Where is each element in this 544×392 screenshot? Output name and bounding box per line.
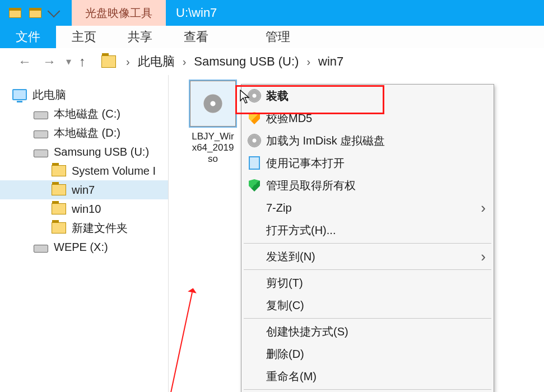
- ctx-item-label: 加载为 ImDisk 虚拟磁盘: [266, 133, 385, 148]
- folder-icon[interactable]: [29, 8, 41, 18]
- tree-drive-c[interactable]: 本地磁盘 (C:): [0, 104, 168, 123]
- tree-label: 新建文件夹: [72, 221, 128, 236]
- tree-folder-win7[interactable]: win7: [0, 180, 168, 199]
- tree-label: win7: [72, 184, 95, 197]
- tree-label: 此电脑: [32, 87, 66, 102]
- note-icon: [249, 156, 260, 170]
- iso-icon: [190, 81, 236, 127]
- path-folder-icon: [101, 55, 116, 68]
- ctx-item[interactable]: 打开方式(H)...: [241, 219, 494, 241]
- folder-icon: [52, 203, 66, 214]
- ctx-item-label: 使用记事本打开: [266, 156, 345, 171]
- ctx-item-label: 校验MD5: [266, 111, 312, 126]
- tree-drive-d[interactable]: 本地磁盘 (D:): [0, 123, 168, 142]
- drive-icon: [34, 130, 48, 138]
- qat: [0, 0, 72, 26]
- tree-label: 本地磁盘 (D:): [54, 125, 120, 141]
- ctx-item[interactable]: 校验MD5: [241, 107, 494, 129]
- nav-tree: 此电脑 本地磁盘 (C:) 本地磁盘 (D:) Samsung USB (U:)…: [0, 75, 169, 392]
- tab-view[interactable]: 查看: [168, 26, 224, 48]
- tree-label: win10: [72, 203, 101, 216]
- ctx-item-label: 创建快捷方式(S): [266, 324, 348, 339]
- pc-icon: [12, 89, 27, 100]
- tree-label: WEPE (X:): [54, 241, 108, 254]
- tab-share[interactable]: 共享: [112, 26, 168, 48]
- tree-folder[interactable]: 新建文件夹: [0, 218, 168, 237]
- folder-icon: [52, 184, 66, 195]
- chevron-right-icon: ›: [126, 55, 130, 68]
- tree-folder[interactable]: System Volume I: [0, 161, 168, 180]
- file-menu[interactable]: 文件: [0, 26, 56, 48]
- tree-this-pc[interactable]: 此电脑: [0, 85, 168, 104]
- tree-folder[interactable]: win10: [0, 199, 168, 218]
- drive-icon: [34, 111, 48, 119]
- qat-dropdown-icon[interactable]: [48, 5, 61, 18]
- tab-manage[interactable]: 管理: [231, 26, 325, 48]
- ctx-item[interactable]: 管理员取得所有权: [241, 174, 494, 197]
- ctx-item-label: 复制(C): [266, 298, 304, 313]
- window-title: U:\win7: [166, 0, 544, 26]
- shield-y-icon: [249, 112, 260, 124]
- ctx-item[interactable]: 加载为 ImDisk 虚拟磁盘: [241, 129, 494, 152]
- file-name: LBJY_Wir x64_2019 so: [185, 131, 241, 165]
- ctx-item[interactable]: 发送到(N): [241, 245, 494, 268]
- chevron-right-icon: ›: [306, 55, 310, 68]
- folder-icon: [52, 165, 66, 176]
- tree-label: 本地磁盘 (C:): [54, 106, 120, 122]
- folder-icon[interactable]: [9, 8, 21, 18]
- back-button[interactable]: ←: [18, 54, 31, 69]
- tree-drive-x[interactable]: WEPE (X:): [0, 237, 168, 256]
- up-button[interactable]: ↑: [79, 54, 86, 69]
- forward-button[interactable]: →: [43, 54, 56, 69]
- ctx-item[interactable]: 7-Zip: [241, 197, 494, 219]
- ctx-item-label: 删除(D): [266, 347, 304, 362]
- ctx-item[interactable]: 装载: [241, 85, 494, 107]
- disc-icon: [248, 89, 261, 102]
- tree-label: Samsung USB (U:): [54, 146, 149, 158]
- ctx-item[interactable]: 重命名(M): [241, 365, 494, 388]
- ctx-item-label: 打开方式(H)...: [266, 223, 336, 238]
- tab-home[interactable]: 主页: [56, 26, 112, 48]
- folder-icon: [52, 222, 66, 234]
- ribbon: 文件 主页 共享 查看 管理: [0, 26, 544, 49]
- crumb-this-pc[interactable]: 此电脑: [138, 53, 175, 70]
- drive-icon: [34, 150, 48, 157]
- shield-g-icon: [249, 179, 260, 192]
- disc-icon: [248, 134, 261, 147]
- crumb-folder[interactable]: win7: [318, 54, 343, 69]
- history-dropdown-icon[interactable]: ▾: [66, 55, 71, 68]
- ctx-item[interactable]: 创建快捷方式(S): [241, 320, 494, 343]
- ctx-item-label: 剪切(T): [266, 276, 303, 291]
- crumb-drive[interactable]: Samsung USB (U:): [194, 54, 299, 69]
- ctx-item-label: 装载: [266, 88, 289, 104]
- contextual-tab-label: 光盘映像工具: [72, 0, 166, 26]
- nav-bar: ← → ▾ ↑ › 此电脑 › Samsung USB (U:) › win7: [0, 48, 544, 76]
- context-menu: 装载校验MD5加载为 ImDisk 虚拟磁盘使用记事本打开管理员取得所有权7-Z…: [241, 84, 494, 392]
- ctx-item[interactable]: 剪切(T): [241, 272, 494, 294]
- drive-icon: [34, 245, 48, 253]
- title-bar: 光盘映像工具 U:\win7: [0, 0, 544, 26]
- ctx-item[interactable]: 删除(D): [241, 343, 494, 365]
- tree-label: System Volume I: [72, 165, 156, 178]
- ctx-item-label: 发送到(N): [266, 249, 315, 264]
- ctx-item-label: 7-Zip: [266, 202, 292, 214]
- ctx-item[interactable]: 使用记事本打开: [241, 152, 494, 174]
- tree-drive-u[interactable]: Samsung USB (U:): [0, 142, 168, 161]
- ctx-item-label: 重命名(M): [266, 369, 317, 384]
- ctx-item-label: 管理员取得所有权: [266, 178, 356, 193]
- ctx-item[interactable]: 复制(C): [241, 294, 494, 316]
- chevron-right-icon: ›: [183, 55, 187, 68]
- file-item-iso[interactable]: LBJY_Wir x64_2019 so: [185, 81, 241, 165]
